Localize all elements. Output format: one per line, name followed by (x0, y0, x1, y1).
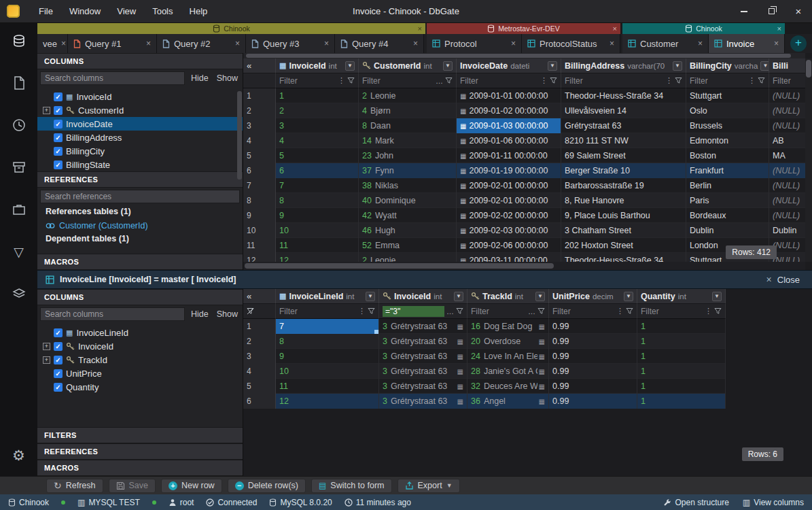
open-reference-icon[interactable]: ▦ (539, 368, 545, 375)
menu-window[interactable]: Window (63, 3, 107, 19)
row-number[interactable]: 6 (243, 394, 276, 409)
column-header-billingcity[interactable]: BillingCityvarcha ▼ (686, 58, 769, 73)
tab-group-chinook-queries[interactable]: Chinook × (37, 23, 425, 34)
cell-billingaddress[interactable]: 202 Hoxton Street (561, 238, 686, 253)
cell-billi[interactable]: MA (769, 148, 805, 163)
cell-unitprice[interactable]: 0.99 (549, 394, 637, 409)
cell-invoicedate[interactable]: ▦2009-01-02 00:00:00 (457, 103, 561, 118)
macros-section-header[interactable]: MACROS (37, 254, 243, 270)
cell-billingcity[interactable]: Dublin (686, 223, 769, 238)
row-number[interactable]: 4 (243, 364, 276, 379)
open-reference-icon[interactable]: ▦ (457, 398, 463, 405)
cell-invoicelineid[interactable]: 9 (276, 349, 379, 364)
open-reference-icon[interactable]: ▦ (457, 323, 463, 330)
row-number[interactable]: 4 (243, 133, 276, 148)
tree-item-customerid[interactable]: + ✓ CustomerId (37, 103, 243, 117)
cell-invoicelineid[interactable]: 11 (276, 379, 379, 394)
close-icon[interactable]: × (766, 274, 772, 285)
tree-item-billingstate[interactable]: + ✓ BillingState (37, 158, 243, 171)
cell-quantity[interactable]: 1 (637, 349, 726, 364)
files-icon[interactable] (10, 73, 29, 92)
collapse-left-panel-button[interactable]: « (247, 61, 251, 71)
cell-invoicedate[interactable]: ▦2009-01-01 00:00:00 (457, 88, 561, 103)
checkbox-checked-icon[interactable]: ✓ (54, 342, 63, 351)
cell-billi[interactable]: Dublin (769, 223, 805, 238)
cell-unitprice[interactable]: 0.99 (549, 349, 637, 364)
tab-query-1[interactable]: Query #1 × (68, 34, 157, 53)
filter-menu-icon[interactable]: ⋮ (705, 307, 712, 316)
cell-billingaddress[interactable]: Barbarossastraße 19 (561, 178, 686, 193)
cell-invoicedate[interactable]: ▦2009-01-19 00:00:00 (457, 163, 561, 178)
cell-billingaddress[interactable]: 69 Salem Street (561, 148, 686, 163)
tab-group-metrostav[interactable]: Metrostav-Evr-DEV × (427, 23, 620, 34)
close-icon[interactable]: × (61, 39, 66, 48)
cell-invoicedate[interactable]: ▦2009-02-06 00:00:00 (457, 238, 561, 253)
clear-filter-button[interactable] (243, 304, 276, 319)
close-icon[interactable]: × (610, 39, 614, 48)
horizontal-scrollbar-top[interactable] (243, 53, 805, 58)
show-columns-button[interactable]: Show (215, 308, 240, 320)
refresh-button[interactable]: ↻ Refresh (46, 479, 103, 493)
filter-input-invoiceid[interactable]: ="3" … (379, 304, 467, 319)
filter-menu-icon[interactable]: … (436, 77, 443, 85)
reference-link-customer[interactable]: Customer (CustomerId) (37, 219, 243, 233)
row-number[interactable]: 3 (243, 118, 276, 133)
cell-billingaddress[interactable]: Theodor-Heuss-Straße 34 (561, 253, 686, 262)
cell-billi[interactable]: (NULL) (769, 103, 805, 118)
tree-item-billingcity[interactable]: + ✓ BillingCity (37, 144, 243, 158)
maximize-button[interactable] (758, 0, 785, 22)
save-button[interactable]: Save (109, 479, 156, 493)
column-header-unitprice[interactable]: UnitPricedecim ▼ (549, 289, 637, 304)
cell-invoiceid[interactable]: 4 (276, 133, 359, 148)
cell-trackid[interactable]: 20Overdose▦ (467, 334, 549, 349)
cell-invoicedate[interactable]: ▦2009-02-01 00:00:00 (457, 193, 561, 208)
open-reference-icon[interactable]: ▦ (539, 398, 545, 405)
filter-menu-icon[interactable]: ⋮ (616, 307, 624, 316)
view-columns-button[interactable]: ▥ View columns (743, 498, 804, 507)
tree-item-invoicedate[interactable]: + ✓ InvoiceDate (37, 117, 243, 131)
row-number[interactable]: 5 (243, 148, 276, 163)
filter-input-customerid[interactable]: Filter … (359, 73, 457, 88)
row-number[interactable]: 11 (243, 238, 276, 253)
cell-invoiceid[interactable]: 3Grétrystraat 63▦ (379, 364, 467, 379)
close-icon[interactable]: × (777, 23, 781, 34)
checkbox-checked-icon[interactable]: ✓ (54, 92, 63, 101)
filter-input-billingcity[interactable]: Filter ⋮ (686, 73, 769, 88)
minimize-button[interactable] (730, 0, 758, 22)
expand-icon[interactable]: + (43, 356, 50, 364)
cell-billingaddress[interactable]: 8, Rue Hanovre (561, 193, 686, 208)
switch-to-form-button[interactable]: ▤ Switch to form (311, 479, 392, 493)
close-icon[interactable]: × (511, 39, 516, 48)
open-reference-icon[interactable]: ▦ (457, 383, 463, 390)
cell-billingcity[interactable]: Brussels (686, 118, 769, 133)
column-header-invoicedate[interactable]: InvoiceDatedateti ▼ (457, 58, 561, 73)
columns-section-header[interactable]: COLUMNS (37, 53, 243, 69)
layers-icon[interactable] (10, 284, 29, 303)
cell-quantity[interactable]: 1 (637, 394, 726, 409)
column-menu-chevron-icon[interactable]: ▼ (760, 61, 769, 71)
column-header-customerid[interactable]: CustomerIdint ▼ (359, 58, 457, 73)
collapse-left-panel-button[interactable]: « (247, 291, 251, 301)
column-header-quantity[interactable]: Quantityint ▼ (637, 289, 726, 304)
checkbox-checked-icon[interactable]: ✓ (54, 120, 63, 129)
close-icon[interactable]: × (413, 39, 418, 48)
column-menu-chevron-icon[interactable]: ▼ (712, 292, 722, 301)
expand-icon[interactable]: + (43, 107, 50, 114)
vertical-scrollbar[interactable] (805, 58, 812, 262)
cell-invoiceid[interactable]: 3Grétrystraat 63▦ (379, 349, 467, 364)
filter-menu-icon[interactable]: ⋮ (358, 307, 366, 316)
cell-customerid[interactable]: 4Bjørn (359, 103, 457, 118)
plugins-icon[interactable] (10, 200, 29, 219)
tab-group-chinook-tables[interactable]: Chinook × (622, 23, 785, 34)
filter-menu-icon[interactable]: ⋮ (748, 76, 756, 85)
cell-invoiceid[interactable]: 9 (276, 208, 359, 223)
cell-customerid[interactable]: 14Mark (359, 133, 457, 148)
tab-vee[interactable]: vee × (37, 34, 68, 53)
row-number[interactable]: 3 (243, 349, 276, 364)
cell-invoicedate[interactable]: ▦2009-01-11 00:00:00 (457, 148, 561, 163)
tab-query-4[interactable]: Query #4 × (335, 34, 424, 53)
cell-billingcity[interactable]: Edmonton (686, 133, 769, 148)
cell-unitprice[interactable]: 0.99 (549, 364, 637, 379)
cell-billingaddress[interactable]: 8210 111 ST NW (561, 133, 686, 148)
search-references-input[interactable] (40, 190, 240, 203)
